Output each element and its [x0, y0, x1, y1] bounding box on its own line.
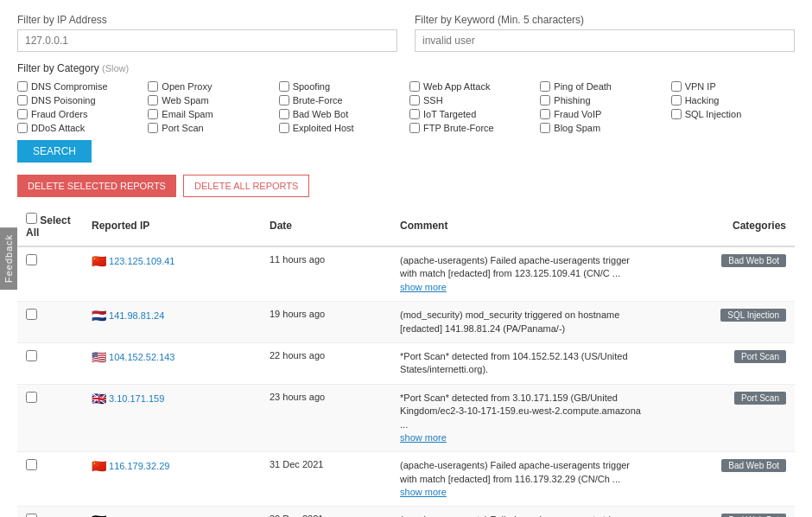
cat-vpn-ip[interactable]: VPN IP — [671, 81, 795, 92]
row-ip-cell: 🇬🇧3.10.171.159 — [83, 384, 261, 452]
ip-filter-input[interactable] — [17, 29, 397, 52]
row-badge-cell: Bad Web Bot — [652, 507, 795, 517]
ip-filter-group: Filter by IP Address — [17, 14, 397, 52]
col-header-ip: Reported IP — [83, 206, 261, 246]
category-badge: Bad Web Bot — [721, 514, 786, 517]
row-date-cell: 11 hours ago — [261, 246, 391, 302]
row-date-cell: 22 hours ago — [261, 342, 391, 384]
country-flag: 🇩🇪 — [92, 514, 106, 517]
ip-link[interactable]: 123.125.109.41 — [109, 256, 174, 266]
table-row: 🇨🇳123.125.109.4111 hours ago(apache-user… — [17, 246, 795, 302]
cat-dns-compromise[interactable]: DNS Compromise — [17, 81, 141, 92]
select-all-checkbox[interactable] — [26, 213, 37, 224]
row-checkbox[interactable] — [26, 350, 37, 361]
row-badge-cell: SQL Injection — [652, 302, 795, 343]
ip-link[interactable]: 3.10.171.159 — [109, 393, 164, 404]
ip-link[interactable]: 116.179.32.29 — [109, 461, 169, 471]
table-row: 🇬🇧3.10.171.15923 hours ago*Port Scan* de… — [17, 384, 795, 452]
cat-web-app-attack[interactable]: Web App Attack — [409, 81, 533, 92]
cat-exploited-host[interactable]: Exploited Host — [279, 123, 403, 133]
cat-phishing[interactable]: Phishing — [540, 95, 663, 105]
cat-fraud-voip[interactable]: Fraud VoIP — [540, 109, 663, 119]
cat-ddos-attack[interactable]: DDoS Attack — [17, 123, 141, 133]
delete-all-button[interactable]: DELETE ALL REPORTS — [183, 175, 309, 197]
row-checkbox-cell — [17, 246, 83, 302]
country-flag: 🇨🇳 — [92, 459, 106, 473]
row-checkbox[interactable] — [26, 309, 37, 320]
row-checkbox-cell — [17, 342, 83, 384]
table-row: 🇺🇸104.152.52.14322 hours ago*Port Scan* … — [17, 342, 795, 384]
cat-spoofing[interactable]: Spoofing — [279, 81, 403, 92]
category-section: Filter by Category (Slow) DNS Compromise… — [17, 62, 795, 163]
row-comment-cell: *Port Scan* detected from 3.10.171.159 (… — [391, 384, 652, 452]
search-button[interactable]: SEARCH — [17, 140, 92, 163]
category-badge: Port Scan — [734, 392, 786, 405]
country-flag: 🇬🇧 — [92, 392, 106, 405]
row-comment-cell: *Port Scan* detected from 104.152.52.143… — [391, 342, 652, 384]
table-row: 🇩🇪167.86.79.15030 Dec 2021(apache-userag… — [17, 507, 795, 517]
show-more-link[interactable]: show more — [400, 281, 644, 294]
ip-filter-label: Filter by IP Address — [17, 14, 397, 26]
reports-table: Select All Reported IP Date Comment Cate… — [17, 206, 795, 517]
ip-link[interactable]: 141.98.81.24 — [109, 310, 164, 321]
cat-empty — [671, 123, 795, 133]
cat-blog-spam[interactable]: Blog Spam — [540, 123, 663, 133]
show-more-link[interactable]: show more — [400, 486, 644, 499]
row-badge-cell: Bad Web Bot — [652, 246, 795, 302]
cat-sql-injection[interactable]: SQL Injection — [671, 109, 795, 119]
row-checkbox-cell — [17, 507, 83, 517]
row-comment-cell: (apache-useragents) Failed apache-userag… — [391, 452, 652, 507]
table-row: 🇳🇱141.98.81.2419 hours ago(mod_security)… — [17, 302, 795, 343]
delete-selected-button[interactable]: DELETE SELECTED REPORTS — [17, 175, 176, 197]
action-buttons: DELETE SELECTED REPORTS DELETE ALL REPOR… — [17, 175, 795, 197]
cat-hacking[interactable]: Hacking — [671, 95, 795, 105]
country-flag: 🇨🇳 — [92, 254, 106, 268]
col-header-categories: Categories — [652, 206, 795, 246]
row-checkbox-cell — [17, 384, 83, 452]
show-more-link[interactable]: show more — [400, 431, 644, 444]
category-badge: Port Scan — [734, 350, 786, 363]
row-checkbox-cell — [17, 452, 83, 507]
cat-ssh[interactable]: SSH — [409, 95, 533, 105]
cat-web-spam[interactable]: Web Spam — [148, 95, 271, 105]
row-ip-cell: 🇩🇪167.86.79.150 — [83, 507, 261, 517]
row-checkbox[interactable] — [26, 459, 37, 470]
cat-email-spam[interactable]: Email Spam — [148, 109, 271, 119]
row-ip-cell: 🇺🇸104.152.52.143 — [83, 342, 261, 384]
ip-link[interactable]: 104.152.52.143 — [109, 352, 174, 362]
row-badge-cell: Port Scan — [652, 384, 795, 452]
category-badge: SQL Injection — [720, 309, 786, 322]
cat-iot-targeted[interactable]: IoT Targeted — [409, 109, 533, 119]
country-flag: 🇺🇸 — [92, 350, 106, 364]
category-badge: Bad Web Bot — [721, 459, 786, 472]
cat-bad-web-bot[interactable]: Bad Web Bot — [279, 109, 403, 119]
cat-brute-force[interactable]: Brute-Force — [279, 95, 403, 105]
category-grid: DNS Compromise Open Proxy Spoofing Web A… — [17, 81, 795, 133]
row-checkbox-cell — [17, 302, 83, 343]
row-checkbox[interactable] — [26, 254, 37, 265]
col-header-checkbox: Select All — [17, 206, 83, 246]
col-header-date: Date — [261, 206, 391, 246]
row-date-cell: 30 Dec 2021 — [261, 507, 391, 517]
category-badge: Bad Web Bot — [721, 254, 786, 267]
cat-ftp-brute-force[interactable]: FTP Brute-Force — [409, 123, 533, 133]
table-row: 🇨🇳116.179.32.2931 Dec 2021(apache-userag… — [17, 452, 795, 507]
row-comment-cell: (apache-useragents) Failed apache-userag… — [391, 246, 652, 302]
keyword-filter-label: Filter by Keyword (Min. 5 characters) — [415, 14, 795, 26]
keyword-filter-input[interactable] — [415, 29, 795, 52]
cat-fraud-orders[interactable]: Fraud Orders — [17, 109, 141, 119]
row-ip-cell: 🇳🇱141.98.81.24 — [83, 302, 261, 343]
row-date-cell: 31 Dec 2021 — [261, 452, 391, 507]
cat-dns-poisoning[interactable]: DNS Poisoning — [17, 95, 141, 105]
row-checkbox[interactable] — [26, 514, 37, 517]
row-checkbox[interactable] — [26, 392, 37, 403]
row-badge-cell: Bad Web Bot — [652, 452, 795, 507]
cat-open-proxy[interactable]: Open Proxy — [148, 81, 271, 92]
row-date-cell: 19 hours ago — [261, 302, 391, 343]
row-badge-cell: Port Scan — [652, 342, 795, 384]
row-date-cell: 23 hours ago — [261, 384, 391, 452]
row-ip-cell: 🇨🇳116.179.32.29 — [83, 452, 261, 507]
cat-port-scan[interactable]: Port Scan — [148, 123, 271, 133]
cat-ping-of-death[interactable]: Ping of Death — [540, 81, 663, 92]
keyword-filter-group: Filter by Keyword (Min. 5 characters) — [415, 14, 795, 52]
